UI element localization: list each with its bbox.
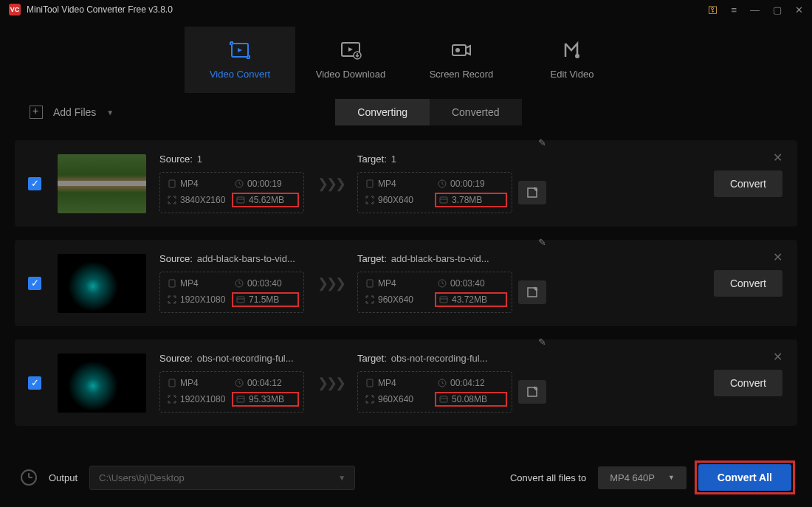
svg-rect-20: [169, 379, 175, 387]
source-duration: 00:00:19: [235, 179, 296, 189]
svg-rect-13: [169, 280, 175, 287]
titlebar-left: VC MiniTool Video Converter Free v3.8.0: [9, 4, 173, 15]
target-format: MP4: [365, 278, 432, 289]
svg-point-4: [455, 48, 460, 52]
add-files-icon: [30, 106, 43, 119]
svg-point-5: [575, 54, 579, 58]
tab-video-convert[interactable]: Video Convert: [185, 27, 295, 93]
arrow-icon: ❯❯❯: [317, 275, 344, 292]
target-duration: 00:03:40: [438, 278, 504, 289]
item-info: Source:1 MP4 00:00:19 3840X2160 45.62MB …: [159, 154, 714, 213]
source-box: MP4 00:04:12 1920X1080 95.33MB: [159, 371, 304, 413]
chevron-down-icon: ▼: [668, 474, 675, 481]
svg-rect-16: [367, 280, 373, 287]
target-size: 50.08MB: [435, 392, 507, 407]
convert-button[interactable]: Convert: [714, 370, 782, 396]
convert-all-button[interactable]: Convert All: [698, 464, 791, 491]
remove-item-icon[interactable]: ✕: [773, 350, 782, 364]
format-selector[interactable]: MP4 640P ▼: [598, 466, 687, 489]
arrow-icon: ❯❯❯: [317, 176, 344, 192]
source-title: Source:add-black-bars-to-vid...: [159, 253, 304, 264]
highlight-box: Convert All: [695, 461, 795, 494]
edit-icon[interactable]: ✎: [538, 137, 546, 148]
thumbnail: [58, 154, 146, 213]
main-tabs: Video Convert Video Download Screen Reco…: [0, 19, 812, 93]
titlebar-right: ⚿ ≡ — ▢ ✕: [708, 4, 803, 15]
key-icon[interactable]: ⚿: [708, 4, 718, 15]
app-title: MiniTool Video Converter Free v3.8.0: [27, 4, 173, 15]
tab-label: Video Download: [316, 69, 385, 80]
source-box: MP4 00:00:19 3840X2160 45.62MB: [159, 172, 304, 213]
target-box: MP4 00:04:12 960X640 50.08MB: [357, 371, 512, 413]
item-info: Source:add-black-bars-to-vid... MP4 00:0…: [159, 253, 714, 313]
list-item: ✓ Source:obs-not-recording-ful... MP4 00…: [15, 339, 797, 426]
remove-item-icon[interactable]: ✕: [773, 151, 782, 165]
remove-item-icon[interactable]: ✕: [773, 250, 782, 264]
source-duration: 00:03:40: [235, 278, 296, 289]
target-format: MP4: [365, 378, 432, 388]
convert-all-label: Convert all files to: [510, 472, 586, 483]
add-files-label: Add Files: [53, 106, 96, 118]
item-checkbox[interactable]: ✓: [28, 177, 41, 190]
source-size: 45.62MB: [232, 193, 299, 207]
edit-icon[interactable]: ✎: [538, 337, 546, 348]
status-tabs: Converting Converted: [335, 99, 521, 125]
item-checkbox[interactable]: ✓: [28, 376, 41, 390]
thumbnail: [58, 353, 146, 413]
toolbar: Add Files ▼ Converting Converted: [0, 93, 812, 131]
chevron-down-icon: ▼: [338, 474, 345, 482]
tab-label: Edit Video: [550, 69, 593, 80]
target-resolution: 960X640: [365, 193, 432, 207]
convert-button[interactable]: Convert: [714, 170, 782, 197]
tab-screen-record[interactable]: Screen Record: [406, 27, 517, 93]
output-label: Output: [49, 472, 78, 483]
svg-rect-9: [367, 180, 373, 187]
target-size: 43.72MB: [435, 292, 507, 307]
menu-icon[interactable]: ≡: [731, 4, 737, 15]
close-icon[interactable]: ✕: [795, 4, 803, 15]
target-box: MP4 00:00:19 960X640 3.78MB: [357, 172, 512, 213]
thumbnail: [58, 254, 146, 313]
source-size: 95.33MB: [232, 392, 299, 407]
app-logo-icon: VC: [9, 4, 21, 15]
source-box: MP4 00:03:40 1920X1080 71.5MB: [159, 272, 304, 313]
arrow-icon: ❯❯❯: [317, 375, 344, 391]
minimize-icon[interactable]: —: [750, 4, 760, 15]
convert-button[interactable]: Convert: [714, 270, 782, 297]
tab-converted[interactable]: Converted: [430, 99, 522, 125]
edit-icon[interactable]: ✎: [538, 237, 546, 248]
target-resolution: 960X640: [365, 293, 432, 306]
tab-label: Screen Record: [430, 69, 494, 80]
maximize-icon[interactable]: ▢: [773, 4, 782, 15]
effects-button[interactable]: [518, 181, 546, 204]
svg-rect-15: [237, 297, 244, 303]
target-format: MP4: [365, 179, 432, 189]
effects-button[interactable]: [518, 380, 546, 404]
tab-video-download[interactable]: Video Download: [295, 27, 406, 93]
source-duration: 00:04:12: [235, 378, 296, 388]
titlebar: VC MiniTool Video Converter Free v3.8.0 …: [0, 0, 812, 19]
target-duration: 00:04:12: [438, 378, 504, 388]
tab-converting[interactable]: Converting: [335, 99, 430, 125]
target-resolution: 960X640: [365, 393, 432, 406]
chevron-down-icon: ▼: [106, 108, 114, 117]
item-checkbox[interactable]: ✓: [28, 277, 41, 290]
svg-rect-18: [440, 297, 447, 303]
record-icon: [450, 41, 472, 60]
target-title: Target:1: [357, 154, 546, 165]
source-title: Source:obs-not-recording-ful...: [159, 353, 304, 364]
svg-rect-22: [237, 396, 244, 402]
source-size: 71.5MB: [232, 292, 299, 307]
source-title: Source:1: [159, 154, 304, 165]
output-path-selector[interactable]: C:\Users\bj\Desktop ▼: [89, 466, 355, 490]
schedule-icon[interactable]: [21, 469, 37, 486]
edit-icon: [561, 41, 583, 60]
source-format: MP4: [168, 378, 229, 388]
source-resolution: 3840X2160: [168, 193, 229, 207]
target-box: MP4 00:03:40 960X640 43.72MB: [357, 272, 512, 313]
source-format: MP4: [168, 278, 229, 289]
svg-rect-8: [237, 197, 244, 203]
effects-button[interactable]: [518, 280, 546, 304]
tab-edit-video[interactable]: Edit Video: [517, 27, 627, 93]
add-files-button[interactable]: Add Files ▼: [30, 106, 114, 119]
